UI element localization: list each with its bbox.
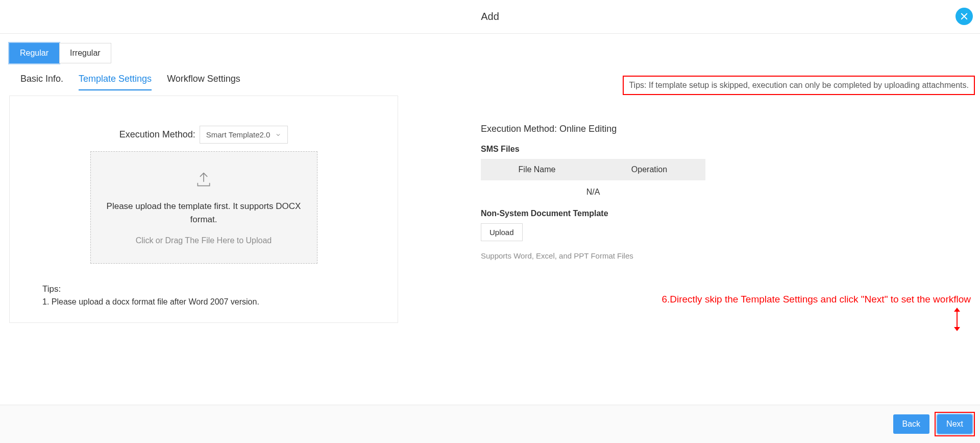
tab-template-settings[interactable]: Template Settings (79, 68, 152, 90)
close-button[interactable] (955, 8, 973, 25)
execution-method-row: Execution Method: Smart Template2.0 (42, 126, 365, 144)
table-empty-row: N/A (481, 180, 705, 204)
tab-regular[interactable]: Regular (9, 43, 59, 63)
main-panels: Execution Method: Smart Template2.0 Plea… (9, 96, 971, 323)
next-button[interactable]: Next (937, 414, 972, 434)
table-header: File Name Operation (481, 159, 705, 180)
dialog-header: Add (0, 0, 980, 34)
execution-method-select[interactable]: Smart Template2.0 (200, 126, 288, 144)
column-operation: Operation (593, 165, 705, 174)
column-file-name: File Name (481, 165, 593, 174)
dialog-footer: Back Next (0, 405, 980, 443)
tips-section: Tips: 1. Please upload a docx format fil… (42, 284, 365, 307)
execution-method-value: Smart Template2.0 (206, 130, 271, 139)
dialog-title: Add (481, 11, 499, 22)
tab-basic-info[interactable]: Basic Info. (20, 68, 63, 90)
sms-files-title: SMS Files (481, 145, 887, 154)
close-icon (960, 12, 969, 21)
left-panel: Execution Method: Smart Template2.0 Plea… (9, 96, 398, 323)
right-panel: Execution Method: Online Editing SMS Fil… (398, 96, 971, 323)
tab-workflow-settings[interactable]: Workflow Settings (167, 68, 240, 90)
tips-callout: Tips: If template setup is skipped, exec… (623, 76, 975, 95)
back-button[interactable]: Back (893, 414, 930, 434)
type-tabs: Regular Irregular (9, 43, 971, 63)
non-system-template-title: Non-System Document Template (481, 209, 887, 218)
annotation-arrow (952, 307, 962, 334)
tab-irregular[interactable]: Irregular (59, 43, 111, 63)
upload-icon (193, 170, 214, 192)
next-button-highlight: Next (935, 412, 975, 436)
execution-method-heading: Execution Method: Online Editing (481, 124, 887, 134)
execution-method-label: Execution Method: (119, 129, 195, 140)
upload-dropzone[interactable]: Please upload the template first. It sup… (90, 151, 317, 264)
upload-secondary-text: Click or Drag The File Here to Upload (136, 236, 272, 245)
support-formats-text: Supports Word, Excel, and PPT Format Fil… (481, 251, 887, 260)
annotation-text: 6.Directly skip the Template Settings an… (662, 294, 971, 305)
tips-item: 1. Please upload a docx format file afte… (42, 297, 365, 307)
tips-label: Tips: (42, 284, 365, 294)
chevron-down-icon (275, 132, 281, 138)
sms-files-table: File Name Operation N/A (481, 159, 705, 204)
upload-button[interactable]: Upload (481, 223, 523, 241)
upload-primary-text: Please upload the template first. It sup… (91, 200, 317, 226)
